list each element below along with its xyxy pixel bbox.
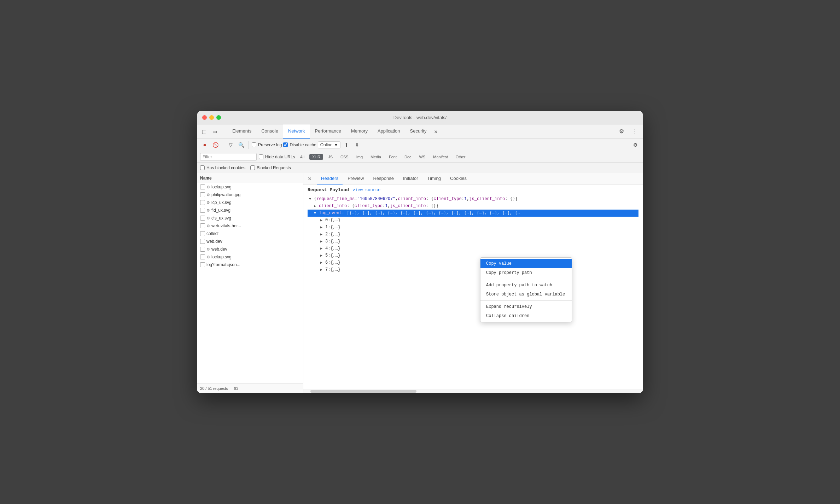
list-item[interactable]: ⚙ fid_ux.svg (197, 206, 303, 214)
disable-cache-checkbox[interactable] (283, 142, 288, 147)
item-checkbox[interactable] (200, 192, 205, 197)
filter-type-css[interactable]: CSS (338, 154, 351, 160)
tab-timing[interactable]: Timing (423, 173, 445, 184)
view-source-link[interactable]: view source (352, 188, 380, 193)
filter-type-ws[interactable]: WS (416, 154, 428, 160)
download-icon[interactable]: ⬇ (352, 140, 362, 150)
expand-icon[interactable]: ▶ (320, 225, 325, 229)
scrollbar-thumb[interactable] (310, 390, 416, 393)
device-icon[interactable]: ▭ (211, 128, 218, 135)
disable-cache-label[interactable]: Disable cache (283, 142, 316, 147)
filter-input[interactable] (200, 153, 257, 161)
item-checkbox[interactable] (200, 239, 205, 244)
content-area[interactable]: Request Payload view source ▼ { request_… (303, 184, 643, 389)
tree-row-1[interactable]: ▶ 1 : {,…} (308, 224, 638, 231)
item-checkbox[interactable] (200, 184, 205, 189)
preserve-log-label[interactable]: Preserve log (252, 142, 282, 147)
tab-memory[interactable]: Memory (346, 124, 373, 139)
item-checkbox[interactable] (200, 254, 205, 259)
tree-row-client-info[interactable]: ▶ client_info : { client_type : 1 , js_c… (308, 203, 638, 210)
tab-preview[interactable]: Preview (343, 173, 368, 184)
tree-row-log-event[interactable]: ▼ log_event : [{…}, {…}, {…}, {…}, {…}, … (308, 210, 638, 217)
hide-data-urls-checkbox[interactable] (259, 154, 263, 159)
filter-type-other[interactable]: Other (453, 154, 468, 160)
context-menu-expand[interactable]: Expand recursively (480, 302, 572, 311)
horizontal-scrollbar[interactable] (303, 389, 643, 393)
list-item[interactable]: collect (197, 230, 303, 238)
maximize-button[interactable] (216, 115, 221, 120)
list-item[interactable]: ⚙ philipwalton.jpg (197, 191, 303, 199)
minimize-button[interactable] (209, 115, 214, 120)
expand-icon[interactable]: ▶ (320, 232, 325, 236)
expand-icon[interactable]: ▶ (320, 253, 325, 258)
tab-response[interactable]: Response (369, 173, 398, 184)
item-checkbox[interactable] (200, 231, 205, 236)
tree-row-0[interactable]: ▶ 0 : {,…} (308, 217, 638, 224)
tab-headers[interactable]: Headers (317, 173, 343, 184)
filter-type-manifest[interactable]: Manifest (430, 154, 451, 160)
list-item[interactable]: ⚙ web-vitals-her... (197, 222, 303, 230)
tree-row-6[interactable]: ▶ 6 : {,…} (308, 259, 638, 266)
filter-type-img[interactable]: Img (354, 154, 366, 160)
item-checkbox[interactable] (200, 216, 205, 221)
file-list-body[interactable]: ⚙ lockup.svg ⚙ philipwalton.jpg ⚙ lcp_ux… (197, 183, 303, 383)
tab-cookies[interactable]: Cookies (446, 173, 471, 184)
filter-type-doc[interactable]: Doc (402, 154, 414, 160)
close-button[interactable] (202, 115, 207, 120)
tab-elements[interactable]: Elements (227, 124, 256, 139)
list-item[interactable]: log?format=json... (197, 261, 303, 269)
expand-icon[interactable]: ▶ (320, 268, 325, 272)
filter-icon[interactable]: ▽ (226, 140, 235, 150)
list-item[interactable]: web.dev (197, 238, 303, 245)
context-menu-store-global[interactable]: Store object as global variable (480, 290, 572, 299)
record-button[interactable]: ● (200, 140, 209, 150)
has-blocked-cookies-checkbox[interactable] (200, 165, 205, 170)
tab-performance[interactable]: Performance (310, 124, 346, 139)
item-checkbox[interactable] (200, 223, 205, 228)
list-item[interactable]: ⚙ lockup.svg (197, 253, 303, 261)
list-item[interactable]: ⚙ web.dev (197, 245, 303, 253)
upload-icon[interactable]: ⬆ (342, 140, 351, 150)
tree-row-4[interactable]: ▶ 4 : {,…} (308, 245, 638, 252)
tree-row-7[interactable]: ▶ 7 : {,…} (308, 266, 638, 273)
filter-type-font[interactable]: Font (386, 154, 399, 160)
item-checkbox[interactable] (200, 208, 205, 213)
expand-icon[interactable]: ▶ (320, 239, 325, 244)
list-item[interactable]: ⚙ lcp_ux.svg (197, 199, 303, 206)
tab-security[interactable]: Security (405, 124, 432, 139)
blocked-requests-label[interactable]: Blocked Requests (250, 165, 291, 170)
tab-application[interactable]: Application (373, 124, 405, 139)
filter-type-xhr[interactable]: XHR (309, 154, 323, 160)
more-options-icon[interactable]: ⋮ (630, 127, 640, 136)
expand-icon[interactable]: ▶ (320, 218, 325, 222)
context-menu-copy-path[interactable]: Copy property path (480, 268, 572, 277)
context-menu-collapse[interactable]: Collapse children (480, 311, 572, 321)
tree-row-5[interactable]: ▶ 5 : {,…} (308, 252, 638, 259)
cursor-icon[interactable]: ⬚ (200, 128, 208, 135)
item-checkbox[interactable] (200, 262, 205, 267)
tab-console[interactable]: Console (256, 124, 283, 139)
tree-row-root[interactable]: ▼ { request_time_ms : "1605078406207" , … (308, 195, 638, 203)
more-tabs-button[interactable]: » (432, 128, 441, 135)
filter-type-all[interactable]: All (297, 154, 307, 160)
tab-initiator[interactable]: Initiator (399, 173, 422, 184)
list-item[interactable]: ⚙ lockup.svg (197, 183, 303, 191)
close-detail-button[interactable]: ✕ (306, 175, 313, 182)
tree-row-2[interactable]: ▶ 2 : {,…} (308, 231, 638, 238)
tab-network[interactable]: Network (283, 124, 310, 139)
collapse-icon[interactable]: ▼ (309, 197, 314, 201)
list-item[interactable]: ⚙ cls_ux.svg (197, 214, 303, 222)
item-checkbox[interactable] (200, 200, 205, 205)
network-settings-icon[interactable]: ⚙ (631, 140, 640, 150)
network-throttle-select[interactable]: Online ▼ (318, 141, 341, 148)
hide-data-urls-label[interactable]: Hide data URLs (259, 154, 295, 159)
blocked-requests-checkbox[interactable] (250, 165, 255, 170)
settings-icon[interactable]: ⚙ (617, 127, 626, 136)
clear-button[interactable]: 🚫 (211, 140, 220, 150)
search-icon[interactable]: 🔍 (237, 140, 246, 150)
expand-icon[interactable]: ▶ (320, 246, 325, 251)
expand-icon[interactable]: ▶ (320, 260, 325, 265)
has-blocked-cookies-label[interactable]: Has blocked cookies (200, 165, 245, 170)
item-checkbox[interactable] (200, 247, 205, 252)
collapse-icon[interactable]: ▼ (314, 211, 319, 215)
